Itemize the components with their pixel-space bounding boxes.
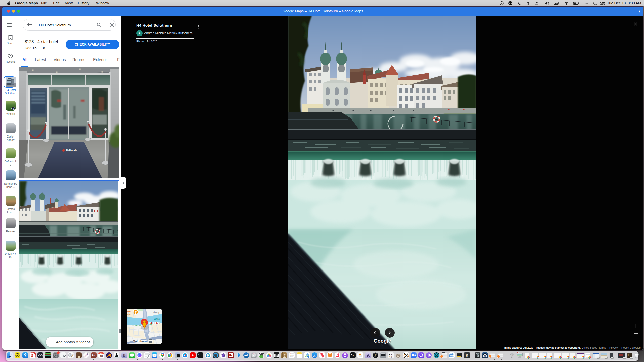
svg-text:nge: nge — [127, 313, 131, 315]
svg-text:G: G — [484, 355, 486, 357]
svg-text:Ritterq: Ritterq — [153, 311, 159, 314]
svg-text:Bar: Bar — [127, 310, 131, 313]
svg-text:Solothurn: Solothurn — [133, 340, 147, 343]
svg-text:Aare: Aare — [154, 318, 160, 320]
svg-text:tv: tv — [352, 354, 354, 357]
svg-text:DEC: DEC — [100, 353, 103, 354]
svg-text:Fz: Fz — [229, 354, 232, 357]
svg-text:A: A — [389, 355, 390, 358]
svg-text:B: B — [123, 353, 126, 357]
svg-text:H4Hotels: H4Hotels — [66, 149, 77, 152]
svg-text:>_: >_ — [198, 353, 200, 355]
svg-text:g: g — [391, 355, 392, 358]
svg-text:H4 Hotel: H4 Hotel — [149, 322, 159, 325]
svg-text:10: 10 — [100, 355, 103, 358]
svg-text:Aa: Aa — [92, 354, 95, 357]
svg-text:R: R — [466, 353, 468, 358]
